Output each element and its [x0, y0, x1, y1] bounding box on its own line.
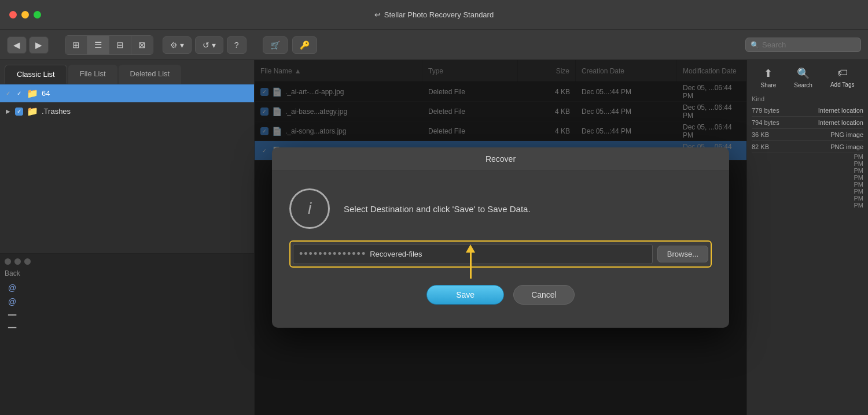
- item-checkbox-trashes[interactable]: ✓: [15, 108, 23, 116]
- pm-text-6: PM: [752, 188, 863, 195]
- back-button[interactable]: ◀: [7, 36, 27, 54]
- maximize-button[interactable]: [34, 11, 41, 18]
- close-button[interactable]: [9, 11, 17, 18]
- tab-bar: Classic List File List Deleted List: [0, 60, 254, 84]
- modal-body: i Select Destination and click 'Save' to…: [272, 171, 729, 328]
- help-button[interactable]: ?: [227, 36, 247, 54]
- tag-icon: 🏷: [837, 67, 848, 79]
- search-action[interactable]: 🔍 Search: [794, 67, 812, 88]
- sidebar-tree: ✓ ✓ 📁 64 ▶ ✓ 📁 .Trashes: [0, 84, 254, 253]
- arrow-line: [470, 253, 472, 279]
- doc-icon-2: ━━: [8, 324, 16, 332]
- add-tags-action[interactable]: 🏷 Add Tags: [830, 67, 855, 88]
- at-icon-1: @: [8, 283, 16, 292]
- save-button[interactable]: Save: [426, 285, 504, 305]
- cart-button[interactable]: 🛒: [263, 36, 288, 54]
- nav-buttons: ◀ ▶: [7, 36, 49, 54]
- modal-buttons: Save Cancel: [289, 285, 712, 305]
- mini-window-controls: [5, 258, 249, 265]
- folder-icon-trashes: 📁: [27, 106, 38, 117]
- modal-message: Select Destination and click 'Save' to S…: [344, 204, 531, 214]
- gear-button[interactable]: ⚙ ▾: [163, 36, 192, 54]
- yellow-arrow: [466, 244, 475, 279]
- right-panel-item-4: 82 KB PNG image: [752, 141, 863, 153]
- back-icon: ↩: [374, 10, 381, 19]
- back-label: Back: [5, 269, 249, 277]
- at-icon-2: @: [8, 297, 16, 306]
- list-view-button[interactable]: ☰: [87, 36, 109, 54]
- sidebar-item-trashes[interactable]: ▶ ✓ 📁 .Trashes: [0, 102, 254, 120]
- path-text: Recovered-files: [370, 250, 422, 258]
- path-dots: ••••••••••••••: [299, 248, 366, 260]
- item-size-1: 779 bytes: [752, 107, 779, 114]
- tab-deleted-list[interactable]: Deleted List: [119, 65, 182, 84]
- titlebar: ↩ Stellar Photo Recovery Standard: [0, 0, 868, 30]
- item-kind-3: PNG image: [830, 131, 863, 138]
- item-kind-1: Internet location: [818, 107, 863, 114]
- share-action[interactable]: ⬆ Share: [761, 67, 777, 88]
- modal-input-row: •••••••••••••• Recovered-files Browse...: [289, 240, 712, 268]
- right-panel-item-2: 794 bytes Internet location: [752, 117, 863, 129]
- mini-dot-3: [24, 258, 31, 265]
- right-panel-item-3: 36 KB PNG image: [752, 129, 863, 141]
- folder-icon: 📁: [27, 88, 38, 99]
- info-circle-icon: i: [289, 188, 330, 229]
- search-icon: 🔍: [751, 41, 759, 49]
- pm-text-7: PM: [752, 195, 863, 202]
- sidebar: Classic List File List Deleted List ✓ ✓ …: [0, 60, 255, 415]
- chevron-icon: ✓: [5, 90, 12, 97]
- right-panel-item-1: 779 bytes Internet location: [752, 105, 863, 117]
- main-layout: Classic List File List Deleted List ✓ ✓ …: [0, 60, 868, 415]
- pm-text-8: PM: [752, 202, 863, 209]
- minimize-button[interactable]: [21, 11, 29, 18]
- search-bar[interactable]: 🔍: [745, 38, 861, 52]
- right-panel-actions: ⬆ Share 🔍 Search 🏷 Add Tags: [752, 67, 863, 88]
- right-panel-kind-section: Kind 779 bytes Internet location 794 byt…: [752, 95, 863, 209]
- column-view-button[interactable]: ⊟: [109, 36, 131, 54]
- item-label-trashes: .Trashes: [42, 107, 71, 116]
- grid-view-button[interactable]: ⊞: [65, 36, 87, 54]
- tab-file-list[interactable]: File List: [68, 65, 117, 84]
- modal-message-row: i Select Destination and click 'Save' to…: [289, 188, 712, 229]
- item-size-3: 36 KB: [752, 131, 769, 138]
- key-button[interactable]: 🔑: [292, 36, 317, 54]
- list-item: @: [5, 295, 249, 309]
- sidebar-item-64[interactable]: ✓ ✓ 📁 64: [0, 84, 254, 102]
- item-kind-2: Internet location: [818, 119, 863, 126]
- list-item: ━━: [5, 321, 249, 334]
- item-kind-4: PNG image: [830, 143, 863, 150]
- traffic-lights: [9, 11, 41, 18]
- list-item: @: [5, 281, 249, 295]
- mini-dot-2: [14, 258, 21, 265]
- item-label-64: 64: [42, 89, 50, 98]
- app-title: ↩ Stellar Photo Recovery Standard: [374, 10, 494, 19]
- action-buttons: ⚙ ▾ ↺ ▾ ?: [163, 36, 247, 54]
- share-icon: ⬆: [764, 67, 773, 80]
- content-area: File Name ▲ Type Size Creation Date Modi…: [255, 60, 746, 415]
- tab-classic-list[interactable]: Classic List: [5, 65, 67, 84]
- history-button[interactable]: ↺ ▾: [195, 36, 223, 54]
- browse-button[interactable]: Browse...: [657, 246, 708, 262]
- pm-text-4: PM: [752, 174, 863, 181]
- pm-text-5: PM: [752, 181, 863, 188]
- arrow-head-icon: [466, 244, 475, 253]
- cover-view-button[interactable]: ⊠: [131, 36, 153, 54]
- search-input[interactable]: [762, 40, 856, 49]
- mini-dot-1: [5, 258, 11, 265]
- item-size-4: 82 KB: [752, 143, 769, 150]
- pm-text-3: PM: [752, 167, 863, 174]
- right-panel: ⬆ Share 🔍 Search 🏷 Add Tags Kind 779 byt…: [746, 60, 868, 415]
- doc-icon-1: ━━: [8, 311, 16, 319]
- list-item: ━━: [5, 309, 249, 321]
- item-size-2: 794 bytes: [752, 119, 779, 126]
- main-toolbar: ◀ ▶ ⊞ ☰ ⊟ ⊠ ⚙ ▾ ↺ ▾ ? 🛒 🔑 🔍: [0, 30, 868, 60]
- modal-overlay: Recover i Select Destination and click '…: [255, 60, 746, 415]
- cancel-button[interactable]: Cancel: [513, 285, 575, 305]
- sidebar-bottom-panel: Back @ @ ━━ ━━: [0, 253, 254, 415]
- view-switcher: ⊞ ☰ ⊟ ⊠: [65, 35, 153, 55]
- search-icon: 🔍: [797, 67, 810, 80]
- item-checkbox-64[interactable]: ✓: [15, 90, 23, 98]
- forward-button[interactable]: ▶: [29, 36, 49, 54]
- recover-modal: Recover i Select Destination and click '…: [272, 147, 729, 328]
- pm-text-1: PM: [752, 153, 863, 160]
